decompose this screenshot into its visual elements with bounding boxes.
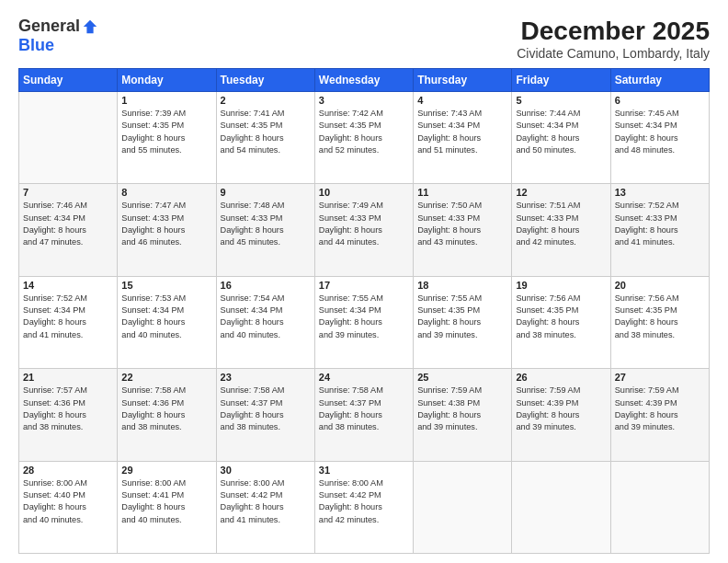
- day-info: Sunrise: 7:56 AM Sunset: 4:35 PM Dayligh…: [615, 293, 705, 341]
- day-info: Sunrise: 7:53 AM Sunset: 4:34 PM Dayligh…: [121, 293, 211, 341]
- table-row: 4Sunrise: 7:43 AM Sunset: 4:34 PM Daylig…: [414, 92, 512, 184]
- day-info: Sunrise: 7:41 AM Sunset: 4:35 PM Dayligh…: [221, 108, 311, 156]
- day-info: Sunrise: 7:57 AM Sunset: 4:36 PM Dayligh…: [23, 385, 113, 433]
- day-number: 1: [121, 95, 211, 106]
- day-info: Sunrise: 7:55 AM Sunset: 4:35 PM Dayligh…: [417, 293, 507, 341]
- day-number: 8: [121, 187, 211, 198]
- table-row: [19, 92, 118, 184]
- day-number: 20: [615, 280, 705, 291]
- day-info: Sunrise: 7:48 AM Sunset: 4:33 PM Dayligh…: [221, 200, 311, 248]
- table-row: 3Sunrise: 7:42 AM Sunset: 4:35 PM Daylig…: [314, 92, 413, 184]
- table-row: 28Sunrise: 8:00 AM Sunset: 4:40 PM Dayli…: [19, 461, 118, 553]
- table-row: 25Sunrise: 7:59 AM Sunset: 4:38 PM Dayli…: [414, 369, 512, 461]
- day-number: 5: [516, 95, 606, 106]
- day-number: 9: [221, 187, 311, 198]
- day-number: 28: [23, 465, 113, 476]
- table-row: 16Sunrise: 7:54 AM Sunset: 4:34 PM Dayli…: [216, 276, 314, 368]
- day-number: 24: [319, 372, 409, 383]
- day-number: 10: [319, 187, 409, 198]
- day-info: Sunrise: 8:00 AM Sunset: 4:40 PM Dayligh…: [23, 477, 113, 526]
- day-info: Sunrise: 7:59 AM Sunset: 4:39 PM Dayligh…: [615, 385, 705, 433]
- day-number: 18: [417, 280, 507, 291]
- day-number: 31: [319, 465, 409, 476]
- logo-icon: [82, 18, 98, 35]
- table-row: 31Sunrise: 8:00 AM Sunset: 4:42 PM Dayli…: [314, 461, 413, 553]
- day-number: 15: [121, 280, 211, 291]
- day-number: 12: [516, 187, 606, 198]
- page: General Blue December 2025 Cividate Camu…: [0, 0, 728, 563]
- col-monday: Monday: [118, 69, 216, 92]
- calendar-table: Sunday Monday Tuesday Wednesday Thursday…: [18, 68, 710, 554]
- table-row: 23Sunrise: 7:58 AM Sunset: 4:37 PM Dayli…: [216, 369, 314, 461]
- day-number: 6: [615, 95, 705, 106]
- day-number: 2: [221, 95, 311, 106]
- table-row: 21Sunrise: 7:57 AM Sunset: 4:36 PM Dayli…: [19, 369, 118, 461]
- location: Cividate Camuno, Lombardy, Italy: [517, 46, 710, 61]
- table-row: 7Sunrise: 7:46 AM Sunset: 4:34 PM Daylig…: [19, 184, 118, 276]
- day-info: Sunrise: 8:00 AM Sunset: 4:42 PM Dayligh…: [221, 477, 311, 526]
- day-info: Sunrise: 7:47 AM Sunset: 4:33 PM Dayligh…: [121, 200, 211, 248]
- table-row: 1Sunrise: 7:39 AM Sunset: 4:35 PM Daylig…: [118, 92, 216, 184]
- day-info: Sunrise: 8:00 AM Sunset: 4:41 PM Dayligh…: [121, 477, 211, 526]
- day-number: 25: [417, 372, 507, 383]
- col-friday: Friday: [512, 69, 610, 92]
- calendar-week-row: 14Sunrise: 7:52 AM Sunset: 4:34 PM Dayli…: [19, 276, 710, 368]
- month-title: December 2025: [517, 17, 710, 46]
- table-row: 12Sunrise: 7:51 AM Sunset: 4:33 PM Dayli…: [512, 184, 610, 276]
- day-info: Sunrise: 7:51 AM Sunset: 4:33 PM Dayligh…: [516, 200, 606, 248]
- table-row: 13Sunrise: 7:52 AM Sunset: 4:33 PM Dayli…: [610, 184, 709, 276]
- day-number: 16: [221, 280, 311, 291]
- day-info: Sunrise: 7:55 AM Sunset: 4:34 PM Dayligh…: [319, 293, 409, 341]
- table-row: 19Sunrise: 7:56 AM Sunset: 4:35 PM Dayli…: [512, 276, 610, 368]
- col-tuesday: Tuesday: [216, 69, 314, 92]
- col-sunday: Sunday: [19, 69, 118, 92]
- header: General Blue December 2025 Cividate Camu…: [18, 17, 710, 61]
- svg-marker-0: [84, 19, 97, 32]
- header-row: Sunday Monday Tuesday Wednesday Thursday…: [19, 69, 710, 92]
- day-info: Sunrise: 7:43 AM Sunset: 4:34 PM Dayligh…: [417, 108, 507, 156]
- day-info: Sunrise: 7:44 AM Sunset: 4:34 PM Dayligh…: [516, 108, 606, 156]
- table-row: 20Sunrise: 7:56 AM Sunset: 4:35 PM Dayli…: [610, 276, 709, 368]
- day-number: 13: [615, 187, 705, 198]
- day-info: Sunrise: 7:59 AM Sunset: 4:38 PM Dayligh…: [417, 385, 507, 433]
- day-info: Sunrise: 7:49 AM Sunset: 4:33 PM Dayligh…: [319, 200, 409, 248]
- table-row: 9Sunrise: 7:48 AM Sunset: 4:33 PM Daylig…: [216, 184, 314, 276]
- day-info: Sunrise: 7:42 AM Sunset: 4:35 PM Dayligh…: [319, 108, 409, 156]
- col-wednesday: Wednesday: [314, 69, 413, 92]
- table-row: 29Sunrise: 8:00 AM Sunset: 4:41 PM Dayli…: [118, 461, 216, 553]
- calendar-week-row: 1Sunrise: 7:39 AM Sunset: 4:35 PM Daylig…: [19, 92, 710, 184]
- logo-blue-text: Blue: [18, 36, 54, 55]
- table-row: 6Sunrise: 7:45 AM Sunset: 4:34 PM Daylig…: [610, 92, 709, 184]
- calendar-week-row: 7Sunrise: 7:46 AM Sunset: 4:34 PM Daylig…: [19, 184, 710, 276]
- table-row: 18Sunrise: 7:55 AM Sunset: 4:35 PM Dayli…: [414, 276, 512, 368]
- day-info: Sunrise: 7:52 AM Sunset: 4:33 PM Dayligh…: [615, 200, 705, 248]
- day-number: 11: [417, 187, 507, 198]
- table-row: [414, 461, 512, 553]
- table-row: [610, 461, 709, 553]
- day-number: 17: [319, 280, 409, 291]
- table-row: 24Sunrise: 7:58 AM Sunset: 4:37 PM Dayli…: [314, 369, 413, 461]
- day-number: 14: [23, 280, 113, 291]
- col-thursday: Thursday: [414, 69, 512, 92]
- logo-general-text: General: [18, 17, 80, 36]
- day-number: 22: [121, 372, 211, 383]
- logo: General Blue: [18, 17, 98, 55]
- table-row: 5Sunrise: 7:44 AM Sunset: 4:34 PM Daylig…: [512, 92, 610, 184]
- day-number: 26: [516, 372, 606, 383]
- day-info: Sunrise: 7:46 AM Sunset: 4:34 PM Dayligh…: [23, 200, 113, 248]
- day-number: 21: [23, 372, 113, 383]
- table-row: 15Sunrise: 7:53 AM Sunset: 4:34 PM Dayli…: [118, 276, 216, 368]
- table-row: 17Sunrise: 7:55 AM Sunset: 4:34 PM Dayli…: [314, 276, 413, 368]
- col-saturday: Saturday: [610, 69, 709, 92]
- day-info: Sunrise: 7:39 AM Sunset: 4:35 PM Dayligh…: [121, 108, 211, 156]
- table-row: 26Sunrise: 7:59 AM Sunset: 4:39 PM Dayli…: [512, 369, 610, 461]
- day-info: Sunrise: 7:59 AM Sunset: 4:39 PM Dayligh…: [516, 385, 606, 433]
- calendar-week-row: 21Sunrise: 7:57 AM Sunset: 4:36 PM Dayli…: [19, 369, 710, 461]
- day-info: Sunrise: 7:56 AM Sunset: 4:35 PM Dayligh…: [516, 293, 606, 341]
- day-info: Sunrise: 7:54 AM Sunset: 4:34 PM Dayligh…: [221, 293, 311, 341]
- day-number: 7: [23, 187, 113, 198]
- day-number: 4: [417, 95, 507, 106]
- table-row: 11Sunrise: 7:50 AM Sunset: 4:33 PM Dayli…: [414, 184, 512, 276]
- title-block: December 2025 Cividate Camuno, Lombardy,…: [517, 17, 710, 61]
- table-row: 10Sunrise: 7:49 AM Sunset: 4:33 PM Dayli…: [314, 184, 413, 276]
